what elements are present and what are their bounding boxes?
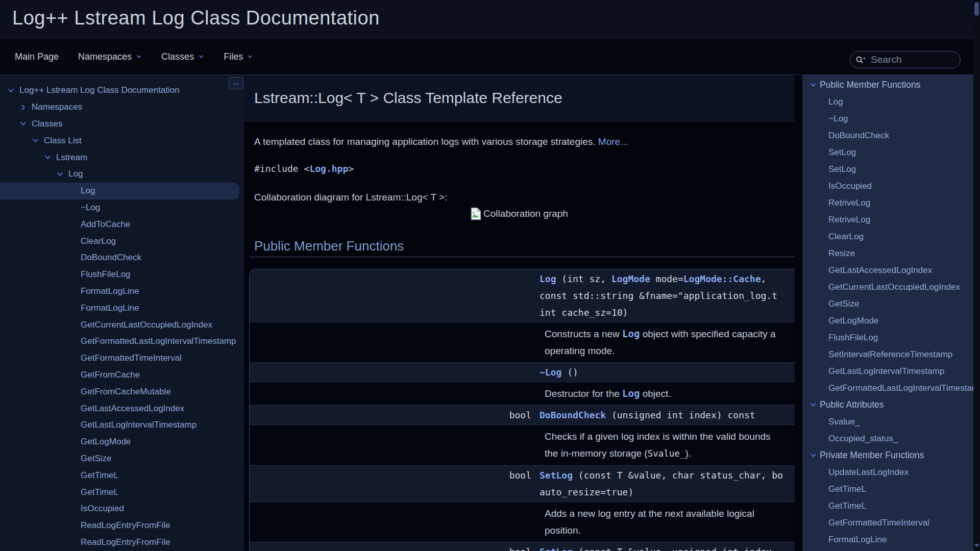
- tree-item-isoccupied[interactable]: IsOccupied: [0, 500, 244, 517]
- member-link[interactable]: SetLog: [540, 470, 573, 481]
- outline-item-svalue-[interactable]: Svalue_: [802, 413, 973, 430]
- chevron-down-icon[interactable]: [198, 54, 204, 60]
- tree-item-doboundcheck[interactable]: DoBoundCheck: [0, 249, 244, 266]
- outline-item-resize[interactable]: Resize: [802, 245, 973, 262]
- outline-item--log[interactable]: ~Log: [802, 110, 973, 127]
- member-line: const std::string &fname="application_lo…: [540, 287, 795, 304]
- scrollbar-down-arrow-icon[interactable]: [974, 544, 979, 547]
- chevron-down-icon[interactable]: [7, 87, 15, 94]
- outline-item-setlog[interactable]: SetLog: [802, 144, 973, 161]
- outline-item-getcurrentlastoccupiedlogindex[interactable]: GetCurrentLastOccupiedLogIndex: [802, 279, 973, 295]
- outline-section-public-member-functions[interactable]: Public Member Functions: [802, 77, 973, 93]
- main-menu-bar: Main PageNamespacesClassesFiles: [0, 39, 980, 74]
- tree-item-formatlogline[interactable]: FormatLogLine: [0, 283, 244, 300]
- tree-item-getformattedlastlogintervaltimestamp[interactable]: GetFormattedLastLogIntervalTimestamp: [0, 333, 244, 350]
- tree-item-formatlogline[interactable]: FormatLogLine: [0, 299, 244, 316]
- tree-item-gettimel[interactable]: GetTimeL: [0, 484, 244, 500]
- tree-item-label: ~Log: [81, 203, 100, 213]
- menu-item-namespaces[interactable]: Namespaces: [78, 52, 142, 62]
- tree-item-log[interactable]: Log: [0, 166, 244, 183]
- member-link[interactable]: LogMode: [611, 273, 650, 284]
- member-link[interactable]: SetLog: [540, 546, 573, 551]
- scrollbar-thumb[interactable]: [974, 2, 979, 16]
- outline-item-getlastlogintervaltimestamp[interactable]: GetLastLogIntervalTimestamp: [802, 363, 973, 380]
- outline-item-getsize[interactable]: GetSize: [802, 295, 973, 312]
- tree-item-class-list[interactable]: Class List: [0, 132, 244, 149]
- tree-item-label: DoBoundCheck: [81, 253, 141, 263]
- member-link[interactable]: Log: [622, 388, 640, 399]
- tree-item-flushfilelog[interactable]: FlushFileLog: [0, 266, 244, 283]
- chevron-down-icon[interactable]: [19, 120, 27, 128]
- search-input[interactable]: [870, 54, 955, 66]
- text-segment: the in-memory storage (: [545, 448, 648, 459]
- chevron-down-icon[interactable]: [56, 170, 64, 178]
- outline-item-retrivelog[interactable]: RetriveLog: [802, 211, 973, 228]
- chevron-down-icon[interactable]: [247, 54, 253, 60]
- tree-item-getlastlogintervaltimestamp[interactable]: GetLastLogIntervalTimestamp: [0, 417, 244, 434]
- menu-item-files[interactable]: Files: [224, 52, 253, 62]
- outline-item-setlog[interactable]: SetLog: [802, 161, 973, 178]
- outline-item-setintervalreferencetimestamp[interactable]: SetIntervalReferenceTimestamp: [802, 346, 973, 363]
- tree-item-getfromcachemutable[interactable]: GetFromCacheMutable: [0, 383, 244, 400]
- chevron-right-icon[interactable]: [19, 104, 27, 111]
- menu-item-classes[interactable]: Classes: [161, 52, 204, 62]
- tree-item-gettimel[interactable]: GetTimeL: [0, 467, 244, 484]
- member-line: Checks if a given log index is within th…: [545, 428, 795, 445]
- tree-item--log[interactable]: ~Log: [0, 199, 244, 216]
- outline-item-updatelastlogindex[interactable]: UpdateLastLogIndex: [802, 464, 973, 481]
- more-link[interactable]: More...: [598, 136, 628, 147]
- outline-item-getformattedtimeinterval[interactable]: GetFormattedTimeInterval: [802, 514, 973, 531]
- member-link[interactable]: DoBoundCheck: [540, 410, 606, 420]
- tree-item-clearlog[interactable]: ClearLog: [0, 233, 244, 249]
- collaboration-graph[interactable]: Collaboration graph: [244, 206, 795, 221]
- outline-section-public-attributes[interactable]: Public Attributes: [802, 396, 973, 413]
- member-line: SetLog (const T &value, char status_char…: [540, 467, 795, 484]
- chevron-down-icon[interactable]: [810, 452, 817, 459]
- member-link[interactable]: LogMode::Cache: [683, 273, 761, 284]
- tree-item-addtocache[interactable]: AddToCache: [0, 216, 244, 233]
- member-link[interactable]: ~Log: [540, 367, 561, 378]
- tree-item-getlogmode[interactable]: GetLogMode: [0, 434, 244, 450]
- tree-item-label: Log: [81, 186, 95, 196]
- outline-section-private-member-functions[interactable]: Private Member Functions: [802, 447, 973, 464]
- splitbar-handle[interactable]: ⇔: [229, 77, 243, 89]
- tree-item-getlastaccessedlogindex[interactable]: GetLastAccessedLogIndex: [0, 400, 244, 417]
- member-link[interactable]: Log: [622, 328, 640, 339]
- tree-item-getformattedtimeinterval[interactable]: GetFormattedTimeInterval: [0, 350, 244, 367]
- outline-item-log[interactable]: Log: [802, 93, 973, 110]
- tree-item-readlogentryfromfile[interactable]: ReadLogEntryFromFile: [0, 534, 244, 551]
- outline-item-formatlogline[interactable]: FormatLogLine: [802, 531, 973, 548]
- chevron-down-icon[interactable]: [32, 137, 39, 144]
- outline-item-retrivelog[interactable]: RetriveLog: [802, 194, 973, 211]
- tree-item-getcurrentlastoccupiedlogindex[interactable]: GetCurrentLastOccupiedLogIndex: [0, 316, 244, 333]
- menu-item-main-page[interactable]: Main Page: [15, 52, 59, 62]
- tree-item-classes[interactable]: Classes: [0, 116, 244, 133]
- outline-item-occupied-status-[interactable]: Occupied_status_: [802, 430, 973, 447]
- tree-item-log-lstream-log-class-documentation[interactable]: Log++ Lstream Log Class Documentation: [0, 82, 244, 99]
- outline-item-getformattedlastlogintervaltimestamp[interactable]: GetFormattedLastLogIntervalTimestamp: [802, 380, 973, 396]
- outline-item-getlogmode[interactable]: GetLogMode: [802, 312, 973, 329]
- vertical-scrollbar[interactable]: [973, 0, 980, 551]
- chevron-down-icon[interactable]: [136, 54, 142, 60]
- tree-item-readlogentryfromfile[interactable]: ReadLogEntryFromFile: [0, 517, 244, 534]
- tree-item-namespaces[interactable]: Namespaces: [0, 99, 244, 116]
- tree-item-log[interactable]: Log: [0, 183, 239, 199]
- outline-item-clearlog[interactable]: ClearLog: [802, 228, 973, 245]
- tree-item-lstream[interactable]: Lstream: [0, 149, 244, 166]
- outline-item-doboundcheck[interactable]: DoBoundCheck: [802, 127, 973, 144]
- outline-item-getlastaccessedlogindex[interactable]: GetLastAccessedLogIndex: [802, 262, 973, 279]
- chevron-down-icon[interactable]: [44, 154, 52, 161]
- tree-item-getsize[interactable]: GetSize: [0, 450, 244, 467]
- member-description-row: Checks if a given log index is within th…: [250, 424, 795, 465]
- outline-item-isoccupied[interactable]: IsOccupied: [802, 178, 973, 194]
- chevron-down-icon[interactable]: [810, 81, 817, 89]
- member-link[interactable]: Log: [540, 273, 556, 284]
- search-box[interactable]: [850, 51, 961, 68]
- outline-item-gettimel[interactable]: GetTimeL: [802, 497, 973, 514]
- include-file-link[interactable]: Log.hpp: [309, 163, 348, 174]
- outline-item-gettimel[interactable]: GetTimeL: [802, 481, 973, 497]
- section-heading: Public Member Functions: [254, 238, 404, 254]
- chevron-down-icon[interactable]: [810, 401, 817, 409]
- outline-item-flushfilelog[interactable]: FlushFileLog: [802, 329, 973, 346]
- tree-item-getfromcache[interactable]: GetFromCache: [0, 367, 244, 384]
